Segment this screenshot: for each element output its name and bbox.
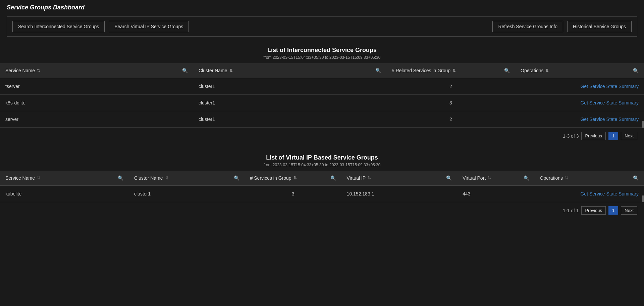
virtualip-thead: Service Name ⇅ 🔍 Cluster Name ⇅ 🔍 [0, 171, 644, 186]
vip-virtual-ip-search-icon[interactable]: 🔍 [446, 175, 452, 181]
vip-get-service-state-summary-button[interactable]: Get Service State Summary [580, 191, 639, 196]
historical-button[interactable]: Historical Service Groups [567, 21, 632, 32]
interconnected-time-range: from 2023-03-15T15:04:33+05:30 to 2023-0… [0, 55, 644, 60]
related-services-sort-icon[interactable]: ⇅ [452, 68, 456, 73]
operations-search-icon[interactable]: 🔍 [633, 68, 639, 73]
vip-col-services-count-label: # Services in Group [250, 175, 291, 181]
interconnected-cluster-name-cell: cluster1 [193, 78, 386, 95]
virtualip-pagination: 1-1 of 1 Previous 1 Next [0, 202, 644, 219]
virtualip-header-row: Service Name ⇅ 🔍 Cluster Name ⇅ 🔍 [0, 171, 644, 186]
refresh-button[interactable]: Refresh Service Groups Info [492, 21, 563, 32]
interconnected-operations-cell: Get Service State Summary [515, 95, 644, 111]
vip-col-cluster-name-label: Cluster Name [134, 175, 163, 181]
virtualip-section: List of Virtual IP Based Service Groups … [0, 151, 644, 219]
virtualip-scrollbar [642, 195, 644, 202]
interconnected-cluster-name-cell: cluster1 [193, 95, 386, 111]
vip-col-cluster-name: Cluster Name ⇅ 🔍 [129, 171, 245, 186]
col-service-name: Service Name ⇅ 🔍 [0, 63, 193, 78]
page-title: Service Groups Dashboard [0, 0, 644, 14]
interconnected-cluster-name-cell: cluster1 [193, 111, 386, 128]
vip-col-virtual-port: Virtual Port ⇅ 🔍 [457, 171, 534, 186]
interconnected-section-title: List of Interconnected Service Groups [0, 43, 644, 55]
cluster-name-search-icon[interactable]: 🔍 [375, 68, 381, 73]
interconnected-related-count-cell: 2 [386, 111, 515, 128]
toolbar: Search Interconnected Service Groups Sea… [7, 16, 637, 37]
operations-sort-icon[interactable]: ⇅ [545, 68, 549, 73]
vip-virtual-port-sort-icon[interactable]: ⇅ [488, 176, 491, 180]
interconnected-related-count-cell: 3 [386, 95, 515, 111]
virtualip-page-1-button[interactable]: 1 [608, 206, 618, 215]
virtualip-table-wrapper: Service Name ⇅ 🔍 Cluster Name ⇅ 🔍 [0, 171, 644, 202]
virtualip-time-range: from 2023-03-15T15:04:33+05:30 to 2023-0… [0, 163, 644, 167]
service-name-search-icon[interactable]: 🔍 [182, 68, 188, 73]
toolbar-right: Refresh Service Groups Info Historical S… [492, 21, 632, 32]
col-service-name-label: Service Name [5, 68, 35, 73]
vip-cluster-name-sort-icon[interactable]: ⇅ [165, 176, 168, 180]
interconnected-section: List of Interconnected Service Groups fr… [0, 43, 644, 144]
cluster-name-sort-icon[interactable]: ⇅ [229, 68, 233, 73]
search-interconnected-button[interactable]: Search Interconnected Service Groups [12, 21, 105, 32]
vip-col-virtual-ip-label: Virtual IP [347, 175, 366, 181]
interconnected-scrollbar [642, 121, 644, 128]
interconnected-table-wrapper: Service Name ⇅ 🔍 Cluster Name ⇅ 🔍 [0, 63, 644, 128]
toolbar-left: Search Interconnected Service Groups Sea… [12, 21, 189, 32]
virtualip-tbody: kubelite cluster1 3 10.152.183.1 443 Get… [0, 186, 644, 202]
vip-service-name-sort-icon[interactable]: ⇅ [37, 176, 40, 180]
vip-operations-search-icon[interactable]: 🔍 [633, 175, 639, 181]
vip-services-count-search-icon[interactable]: 🔍 [330, 175, 336, 181]
interconnected-operations-cell: Get Service State Summary [515, 111, 644, 128]
col-related-services: # Related Services in Group ⇅ 🔍 [386, 63, 515, 78]
virtualip-section-title: List of Virtual IP Based Service Groups [0, 151, 644, 163]
virtualip-virtual-ip-cell: 10.152.183.1 [341, 186, 458, 202]
interconnected-header-row: Service Name ⇅ 🔍 Cluster Name ⇅ 🔍 [0, 63, 644, 78]
virtualip-cluster-name-cell: cluster1 [129, 186, 245, 202]
related-services-search-icon[interactable]: 🔍 [504, 68, 510, 73]
vip-col-service-name: Service Name ⇅ 🔍 [0, 171, 129, 186]
get-service-state-summary-button[interactable]: Get Service State Summary [580, 84, 639, 89]
col-cluster-name-label: Cluster Name [199, 68, 227, 73]
get-service-state-summary-button[interactable]: Get Service State Summary [580, 117, 639, 122]
vip-col-operations: Operations ⇅ 🔍 [535, 171, 644, 186]
vip-col-service-name-label: Service Name [5, 175, 35, 181]
interconnected-related-count-cell: 2 [386, 78, 515, 95]
vip-services-count-sort-icon[interactable]: ⇅ [293, 176, 297, 180]
table-row: tserver cluster1 2 Get Service State Sum… [0, 78, 644, 95]
virtualip-previous-button[interactable]: Previous [581, 206, 606, 215]
vip-cluster-name-search-icon[interactable]: 🔍 [234, 175, 239, 181]
interconnected-service-name-cell: server [0, 111, 193, 128]
virtualip-next-button[interactable]: Next [621, 206, 637, 215]
virtualip-pagination-info: 1-1 of 1 [563, 208, 579, 213]
interconnected-service-name-cell: tserver [0, 78, 193, 95]
col-cluster-name: Cluster Name ⇅ 🔍 [193, 63, 386, 78]
interconnected-pagination-info: 1-3 of 3 [563, 133, 579, 139]
virtualip-operations-cell: Get Service State Summary [535, 186, 644, 202]
virtualip-virtual-port-cell: 443 [457, 186, 534, 202]
vip-col-virtual-ip: Virtual IP ⇅ 🔍 [341, 171, 458, 186]
get-service-state-summary-button[interactable]: Get Service State Summary [580, 100, 639, 105]
interconnected-service-name-cell: k8s-dqlite [0, 95, 193, 111]
search-virtual-ip-button[interactable]: Search Virtual IP Service Groups [109, 21, 189, 32]
vip-virtual-port-search-icon[interactable]: 🔍 [524, 175, 529, 181]
interconnected-operations-cell: Get Service State Summary [515, 78, 644, 95]
col-operations: Operations ⇅ 🔍 [515, 63, 644, 78]
interconnected-previous-button[interactable]: Previous [581, 132, 606, 140]
interconnected-pagination: 1-3 of 3 Previous 1 Next [0, 128, 644, 144]
interconnected-tbody: tserver cluster1 2 Get Service State Sum… [0, 78, 644, 128]
col-related-services-label: # Related Services in Group [392, 68, 450, 73]
interconnected-next-button[interactable]: Next [621, 132, 637, 140]
vip-operations-sort-icon[interactable]: ⇅ [565, 176, 568, 180]
vip-col-services-count: # Services in Group ⇅ 🔍 [245, 171, 341, 186]
virtualip-table: Service Name ⇅ 🔍 Cluster Name ⇅ 🔍 [0, 171, 644, 202]
vip-virtual-ip-sort-icon[interactable]: ⇅ [368, 176, 371, 180]
table-row: server cluster1 2 Get Service State Summ… [0, 111, 644, 128]
table-row: k8s-dqlite cluster1 3 Get Service State … [0, 95, 644, 111]
vip-col-virtual-port-label: Virtual Port [463, 175, 486, 181]
service-name-sort-icon[interactable]: ⇅ [37, 68, 40, 73]
interconnected-page-1-button[interactable]: 1 [608, 132, 618, 140]
virtualip-service-name-cell: kubelite [0, 186, 129, 202]
table-row: kubelite cluster1 3 10.152.183.1 443 Get… [0, 186, 644, 202]
vip-service-name-search-icon[interactable]: 🔍 [118, 175, 123, 181]
col-operations-label: Operations [521, 68, 543, 73]
virtualip-services-count-cell: 3 [245, 186, 341, 202]
interconnected-thead: Service Name ⇅ 🔍 Cluster Name ⇅ 🔍 [0, 63, 644, 78]
